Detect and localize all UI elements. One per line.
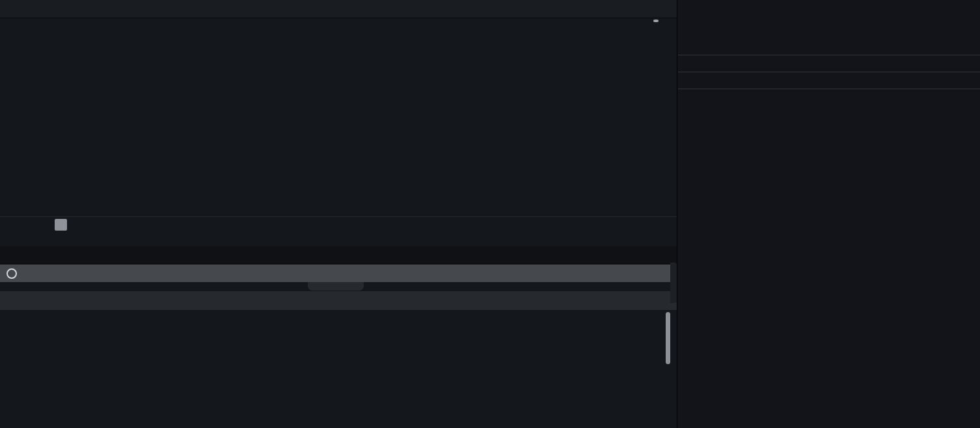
indicator-tabbar xyxy=(0,246,677,264)
x-axis-labels xyxy=(0,201,677,214)
margin-info-bar[interactable] xyxy=(0,264,670,282)
intraday-chart[interactable] xyxy=(0,29,677,215)
trading-terminal xyxy=(0,0,980,428)
period-toolbar xyxy=(0,0,677,18)
wp-badge-icon[interactable] xyxy=(653,20,659,22)
chart-pane xyxy=(0,0,677,428)
nav-row[interactable] xyxy=(685,55,974,72)
quote-panel xyxy=(677,0,980,428)
constituent-table xyxy=(0,291,677,428)
table-header-row xyxy=(0,291,677,311)
weibi-row xyxy=(685,72,974,89)
macd-pane xyxy=(0,216,677,246)
info-icon xyxy=(7,268,17,279)
table-scrollbar[interactable] xyxy=(666,312,670,364)
collapse-notch[interactable] xyxy=(308,282,364,291)
market-status-row xyxy=(685,39,718,51)
macd-chart[interactable] xyxy=(0,217,677,247)
